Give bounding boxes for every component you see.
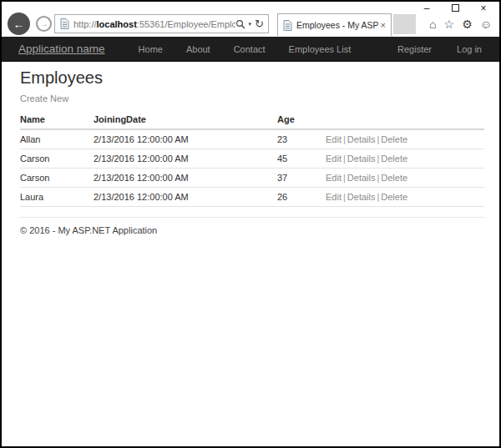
- delete-link[interactable]: Delete: [381, 134, 407, 144]
- browser-chrome: ← → http://localhost:55361/Employee/Empl…: [2, 13, 499, 37]
- details-link[interactable]: Details: [347, 173, 376, 183]
- footer-copyright: © 2016 - My ASP.NET Application: [20, 225, 484, 235]
- delete-link[interactable]: Delete: [381, 192, 407, 202]
- home-icon[interactable]: ⌂: [429, 18, 436, 30]
- url-text[interactable]: http://localhost:55361/Employee/Employee…: [73, 19, 235, 29]
- details-link[interactable]: Details: [347, 154, 376, 164]
- cell-actions: Edit|Details|Delete: [326, 129, 484, 149]
- employees-table: Name JoiningDate Age Allan 2/13/2016 12:…: [20, 111, 484, 207]
- favorites-star-icon[interactable]: ☆: [444, 18, 455, 30]
- edit-link[interactable]: Edit: [326, 192, 342, 202]
- column-header-name: Name: [20, 111, 94, 129]
- action-separator: |: [342, 134, 347, 144]
- browser-toolbar-icons: ⌂ ☆ ⚙ ☺: [429, 18, 492, 30]
- url-protocol: http://: [73, 19, 97, 29]
- navbar-brand[interactable]: Application name: [18, 43, 105, 55]
- column-header-actions: [326, 111, 484, 129]
- footer-divider: [20, 217, 484, 218]
- table-row: Allan 2/13/2016 12:00:00 AM 23 Edit|Deta…: [20, 129, 484, 149]
- cell-name: Carson: [20, 149, 94, 169]
- create-new-link[interactable]: Create New: [20, 93, 68, 103]
- table-row: Carson 2/13/2016 12:00:00 AM 37 Edit|Det…: [20, 169, 484, 188]
- edit-link[interactable]: Edit: [326, 173, 342, 183]
- nav-item-register[interactable]: Register: [372, 44, 432, 54]
- url-path: :55361/Employee/Employees: [137, 19, 235, 29]
- action-separator: |: [342, 192, 347, 202]
- action-separator: |: [342, 173, 347, 183]
- search-icon[interactable]: [235, 19, 245, 29]
- delete-link[interactable]: Delete: [381, 173, 407, 183]
- back-arrow-icon: ←: [13, 18, 25, 30]
- column-header-age: Age: [277, 111, 326, 129]
- url-host: localhost: [97, 19, 137, 29]
- tab-page-icon: [283, 20, 292, 31]
- browser-tab[interactable]: Employees - My ASP.NET A... ×: [277, 13, 392, 36]
- nav-item-home[interactable]: Home: [127, 44, 175, 54]
- nav-item-about[interactable]: About: [175, 44, 222, 54]
- cell-age: 23: [277, 129, 326, 149]
- cell-age: 37: [277, 169, 326, 188]
- feedback-smiley-icon[interactable]: ☺: [480, 18, 492, 30]
- site-navbar: Application name Home About Contact Empl…: [2, 37, 499, 62]
- details-link[interactable]: Details: [347, 192, 376, 202]
- address-bar-icons: ▾ ↻: [235, 18, 264, 30]
- browser-window: – × ← → http://localhost:55361/Empl: [0, 0, 501, 448]
- cell-joining-date: 2/13/2016 12:00:00 AM: [94, 129, 277, 149]
- cell-age: 45: [277, 149, 326, 169]
- nav-item-contact[interactable]: Contact: [222, 44, 277, 54]
- page-content: Employees Create New Name JoiningDate Ag…: [20, 62, 484, 235]
- cell-joining-date: 2/13/2016 12:00:00 AM: [94, 149, 277, 169]
- nav-item-employees-list[interactable]: Employees List: [277, 44, 363, 54]
- page-title: Employees: [20, 68, 484, 88]
- forward-arrow-icon: →: [40, 20, 48, 28]
- cell-actions: Edit|Details|Delete: [326, 188, 484, 207]
- delete-link[interactable]: Delete: [381, 154, 407, 164]
- page-icon: [60, 18, 69, 29]
- settings-gear-icon[interactable]: ⚙: [462, 18, 473, 30]
- table-row: Laura 2/13/2016 12:00:00 AM 26 Edit|Deta…: [20, 188, 484, 207]
- maximize-icon: [452, 4, 459, 12]
- cell-joining-date: 2/13/2016 12:00:00 AM: [94, 169, 277, 188]
- forward-button[interactable]: →: [36, 16, 52, 32]
- cell-name: Laura: [20, 188, 94, 207]
- cell-actions: Edit|Details|Delete: [326, 149, 484, 169]
- edit-link[interactable]: Edit: [326, 154, 342, 164]
- new-tab-button[interactable]: [393, 14, 416, 34]
- cell-name: Allan: [20, 129, 94, 149]
- action-separator: |: [342, 154, 347, 164]
- cell-age: 26: [277, 188, 326, 207]
- column-header-joining-date: JoiningDate: [94, 111, 277, 129]
- address-bar[interactable]: http://localhost:55361/Employee/Employee…: [54, 14, 269, 33]
- tab-title: Employees - My ASP.NET A...: [296, 20, 378, 30]
- tab-close-icon[interactable]: ×: [381, 20, 386, 30]
- table-row: Carson 2/13/2016 12:00:00 AM 45 Edit|Det…: [20, 149, 484, 169]
- cell-joining-date: 2/13/2016 12:00:00 AM: [94, 188, 277, 207]
- navbar-account-links: Register Log in: [372, 44, 482, 54]
- refresh-icon[interactable]: ↻: [255, 18, 264, 30]
- edit-link[interactable]: Edit: [326, 134, 342, 144]
- details-link[interactable]: Details: [347, 134, 376, 144]
- table-header-row: Name JoiningDate Age: [20, 111, 484, 129]
- cell-name: Carson: [20, 169, 94, 188]
- back-button[interactable]: ←: [8, 13, 30, 35]
- search-dropdown-caret-icon[interactable]: ▾: [249, 21, 252, 28]
- nav-item-login[interactable]: Log in: [432, 44, 482, 54]
- cell-actions: Edit|Details|Delete: [326, 169, 484, 188]
